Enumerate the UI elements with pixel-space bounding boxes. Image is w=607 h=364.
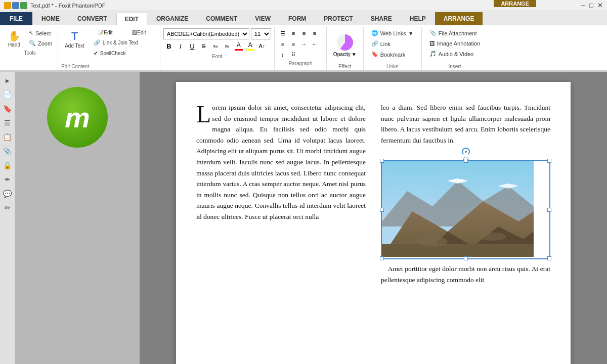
tab-bar: FILE HOME CONVERT EDIT ORGANIZE COMMENT … xyxy=(0,11,607,25)
align-center-btn[interactable]: ≡ xyxy=(310,28,320,38)
sidebar-signatures-icon[interactable]: ✒ xyxy=(1,173,14,186)
list-btn[interactable]: ☰ xyxy=(278,28,288,38)
links-group: 🌐 Web Links ▼ 🔗 Link 🔖 Bookmark Links xyxy=(364,27,422,70)
underline-btn[interactable]: U xyxy=(187,40,198,52)
ribbon: FILE HOME CONVERT EDIT ORGANIZE COMMENT … xyxy=(0,11,607,72)
opacity-btn[interactable]: Opacity ▼ xyxy=(331,32,359,60)
subscript-btn[interactable]: xa xyxy=(222,40,233,52)
zoom-icon: 🔍 xyxy=(29,40,36,47)
tab-view[interactable]: VIEW xyxy=(246,12,279,25)
svg-rect-6 xyxy=(382,244,534,257)
tab-home[interactable]: HOME xyxy=(33,12,68,25)
num-list-btn[interactable]: ≡ xyxy=(288,28,298,38)
link-icon: 🔗 xyxy=(94,39,101,46)
font-color-btn[interactable]: A xyxy=(233,40,244,52)
bookmark-icon: 🔖 xyxy=(371,51,378,58)
handle-top-left[interactable] xyxy=(380,159,384,163)
sidebar-attachments-icon[interactable]: 📎 xyxy=(1,145,14,158)
font-size-select[interactable]: 11 xyxy=(251,28,271,39)
left-sidebar: ▶ 📄 🔖 ☰ 📋 📎 🔒 ✒ 💬 ✏ xyxy=(0,72,15,364)
text-cursor-icon: T xyxy=(71,30,78,43)
link-chain-icon: 🔗 xyxy=(371,40,378,47)
sidebar-comments-icon[interactable]: 💬 xyxy=(1,187,14,200)
tab-edit[interactable]: EDIT xyxy=(116,13,147,25)
arrange-badge: ARRANGE xyxy=(494,0,536,7)
effect-group: Opacity ▼ Effect xyxy=(327,27,364,70)
pdf-right-column: leo a diam. Sed libero enim sed faucibus… xyxy=(381,102,550,364)
text-size-up-btn[interactable]: A↑ xyxy=(256,40,268,52)
minimize-btn[interactable]: ─ xyxy=(581,2,585,9)
main-area: ▶ 📄 🔖 ☰ 📋 📎 🔒 ✒ 💬 ✏ m Lorem ipsum dolor … xyxy=(0,72,607,364)
align-right-btn[interactable]: ≡ xyxy=(278,39,288,49)
hand-tool-btn[interactable]: ✋ Hand xyxy=(4,28,24,49)
italic-btn[interactable]: I xyxy=(175,40,186,52)
logo: m xyxy=(47,87,108,148)
link-btn[interactable]: 🔗 Link xyxy=(368,39,417,49)
line-spacing-btn[interactable]: ↕ xyxy=(278,50,288,60)
close-btn[interactable]: ✕ xyxy=(597,2,603,9)
edit-object-btn[interactable]: 🖼 Edit xyxy=(121,28,157,37)
handle-bottom-middle[interactable] xyxy=(464,256,468,260)
select-tool-btn[interactable]: ↖ Select xyxy=(25,28,56,38)
image-annot-icon: 🖼 xyxy=(429,40,435,47)
handle-middle-right[interactable] xyxy=(547,208,551,212)
rotation-handle[interactable] xyxy=(381,148,550,156)
indent-btn[interactable]: → xyxy=(299,39,309,49)
handle-bottom-left[interactable] xyxy=(380,256,384,260)
highlight-btn[interactable]: A xyxy=(245,40,256,52)
tab-protect[interactable]: PROTECT xyxy=(315,12,361,25)
audio-video-btn[interactable]: 🎵 Audio & Video xyxy=(426,49,484,59)
link-join-btn[interactable]: 🔗 Link & Join Text xyxy=(90,38,142,48)
title-text: Text.pdf * - Foxit PhantomPDF xyxy=(30,3,106,9)
pdf-area[interactable]: Lorem ipsum dolor sit amet, consectetur … xyxy=(140,72,607,364)
superscript-btn[interactable]: xa xyxy=(210,40,221,52)
sidebar-layers-icon[interactable]: ☰ xyxy=(1,116,14,129)
tab-organize[interactable]: ORGANIZE xyxy=(148,12,197,25)
ribbon-content: ✋ Hand ↖ Select 🔍 Zoom Tools xyxy=(0,25,607,71)
align-justify-btn[interactable]: ≡ xyxy=(288,39,298,49)
tab-convert[interactable]: CONVERT xyxy=(69,12,116,25)
tab-file[interactable]: FILE xyxy=(0,12,32,25)
title-bar: Text.pdf * - Foxit PhantomPDF ARRANGE ─ … xyxy=(0,0,607,11)
zoom-tool-btn[interactable]: 🔍 Zoom xyxy=(25,38,56,48)
pdf-left-text: Lorem ipsum dolor sit amet, consectetur … xyxy=(196,102,366,222)
pdf-right-text-top: leo a diam. Sed libero enim sed faucibus… xyxy=(381,102,550,146)
rotate-icon xyxy=(462,148,470,156)
edit-text-icon: 📝 xyxy=(98,30,104,35)
edit-text-btn[interactable]: T Add Text xyxy=(61,28,88,50)
tab-comment[interactable]: COMMENT xyxy=(197,12,246,25)
mountain-image xyxy=(382,161,534,257)
sidebar-fields-icon[interactable]: 📋 xyxy=(1,130,14,144)
font-name-select[interactable]: ABCDEE+Calibri(Embedded) xyxy=(163,28,249,39)
handle-top-right[interactable] xyxy=(547,159,551,163)
sidebar-expand-btn[interactable]: ▶ xyxy=(1,74,14,87)
handle-top-middle[interactable] xyxy=(464,159,468,163)
tab-arrange[interactable]: ARRANGE xyxy=(435,12,483,25)
bookmark-btn[interactable]: 🔖 Bookmark xyxy=(368,50,417,59)
sidebar-tools-icon[interactable]: ✏ xyxy=(1,201,14,214)
tab-help[interactable]: HELP xyxy=(401,12,435,25)
spellcheck-btn[interactable]: ✔ SpellCheck xyxy=(90,49,129,58)
maximize-btn[interactable]: □ xyxy=(589,2,593,9)
tools-group: ✋ Hand ↖ Select 🔍 Zoom Tools xyxy=(2,27,58,70)
outdent-btn[interactable]: ← xyxy=(310,39,320,49)
thumbnail-panel: m xyxy=(15,72,140,364)
tab-form[interactable]: FORM xyxy=(280,12,315,25)
col-btn[interactable]: ⠿ xyxy=(288,50,298,60)
tab-share[interactable]: SHARE xyxy=(362,12,401,25)
svg-point-8 xyxy=(481,233,506,241)
bold-btn[interactable]: B xyxy=(163,40,175,52)
handle-bottom-right[interactable] xyxy=(547,256,551,260)
file-attachment-btn[interactable]: 📎 File Attachment xyxy=(426,28,484,38)
sidebar-bookmarks-icon[interactable]: 🔖 xyxy=(1,102,14,115)
align-left-btn[interactable]: ≡ xyxy=(299,28,309,38)
web-links-btn[interactable]: 🌐 Web Links ▼ xyxy=(368,28,417,38)
image-annotation-btn[interactable]: 🖼 Image Annotation xyxy=(426,39,484,48)
sidebar-security-icon[interactable]: 🔒 xyxy=(1,159,14,172)
edit-text-content-btn[interactable]: 📝 Edit xyxy=(90,28,120,37)
handle-middle-left[interactable] xyxy=(380,208,384,212)
svg-point-7 xyxy=(417,237,448,247)
image-container[interactable] xyxy=(381,160,550,259)
strikethrough-btn[interactable]: S xyxy=(198,40,209,52)
sidebar-pages-icon[interactable]: 📄 xyxy=(1,88,14,101)
